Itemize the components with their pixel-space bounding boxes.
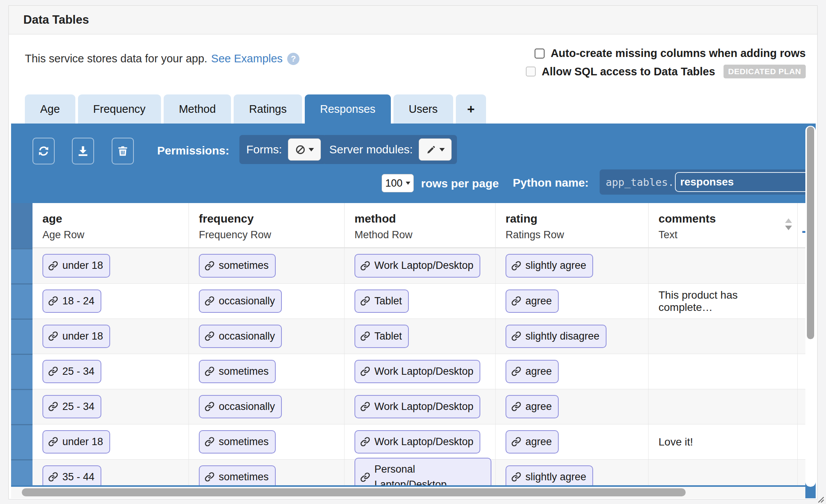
tab-frequency[interactable]: Frequency — [78, 94, 161, 124]
linked-row-pill[interactable]: Work Laptop/Desktop — [354, 360, 480, 383]
row-handle[interactable] — [11, 319, 33, 354]
linked-row-pill[interactable]: sometimes — [199, 465, 276, 485]
linked-row-pill[interactable]: sometimes — [199, 430, 276, 454]
linked-row-pill[interactable]: sometimes — [199, 360, 276, 383]
link-icon — [48, 437, 58, 447]
download-csv-button[interactable] — [72, 138, 94, 164]
linked-row-pill[interactable]: Tablet — [354, 325, 409, 348]
sort-arrows-icon[interactable] — [785, 218, 792, 230]
add-table-tab[interactable]: + — [456, 94, 486, 124]
add-column-cell — [798, 354, 805, 389]
linked-row-pill[interactable]: Personal Laptop/Desktop — [354, 458, 491, 485]
horizontal-scrollbar[interactable] — [11, 487, 805, 498]
row-handle[interactable] — [11, 424, 33, 459]
download-icon — [77, 145, 89, 157]
column-header-age[interactable]: ageAge Row — [33, 203, 189, 248]
tab-age[interactable]: Age — [25, 94, 75, 124]
linked-row-label: under 18 — [62, 434, 103, 449]
rating-cell: agree — [496, 283, 649, 319]
delete-table-button[interactable] — [112, 138, 134, 164]
linked-row-label: sometimes — [219, 470, 269, 484]
linked-row-pill[interactable]: sometimes — [199, 254, 276, 277]
horizontal-scrollbar-thumb[interactable] — [22, 488, 686, 496]
linked-row-label: under 18 — [62, 329, 103, 344]
link-icon — [48, 366, 58, 376]
method-cell: Personal Laptop/Desktop — [345, 459, 496, 485]
column-header-method[interactable]: methodMethod Row — [345, 203, 496, 248]
linked-row-pill[interactable]: under 18 — [42, 325, 110, 348]
linked-row-pill[interactable]: slightly agree — [506, 465, 593, 485]
sql-access-checkbox[interactable] — [526, 67, 536, 76]
column-type: Ratings Row — [506, 229, 648, 241]
linked-row-pill[interactable]: slightly agree — [506, 254, 593, 277]
tab-ratings[interactable]: Ratings — [234, 94, 302, 124]
permissions-label: Permissions: — [157, 144, 229, 157]
row-handle[interactable] — [11, 459, 33, 485]
column-type: Frequency Row — [199, 229, 344, 241]
linked-row-label: Personal Laptop/Desktop — [374, 462, 485, 485]
add-column-cell — [798, 283, 805, 319]
resize-handle-icon[interactable] — [817, 496, 824, 503]
vertical-scrollbar[interactable] — [805, 126, 816, 487]
add-column-button[interactable]: + — [802, 223, 805, 241]
python-name-input[interactable] — [675, 172, 815, 192]
linked-row-pill[interactable]: occasionally — [199, 395, 282, 418]
age-cell: under 18 — [33, 424, 189, 459]
linked-row-pill[interactable]: agree — [506, 360, 559, 383]
row-handle[interactable] — [11, 248, 33, 283]
linked-row-pill[interactable]: agree — [506, 395, 559, 418]
server-modules-permission-dropdown[interactable] — [419, 138, 452, 161]
linked-row-pill[interactable]: agree — [506, 430, 559, 454]
linked-row-pill[interactable]: occasionally — [199, 325, 282, 348]
linked-row-pill[interactable]: under 18 — [42, 254, 110, 277]
add-column-cell — [798, 248, 805, 283]
link-icon — [360, 366, 370, 376]
trash-icon — [117, 145, 129, 157]
linked-row-pill[interactable]: Tablet — [354, 289, 409, 313]
linked-row-pill[interactable]: 25 - 34 — [42, 360, 101, 383]
linked-row-pill[interactable]: under 18 — [42, 430, 110, 454]
linked-row-pill[interactable]: 25 - 34 — [42, 395, 101, 418]
linked-row-label: sometimes — [219, 258, 269, 273]
link-icon — [205, 402, 215, 411]
question-circle-icon[interactable]: ? — [287, 53, 299, 65]
refresh-button[interactable] — [33, 138, 55, 164]
auto-create-checkbox[interactable] — [535, 49, 545, 59]
row-handle[interactable] — [11, 354, 33, 389]
add-column-header-cell: + — [798, 203, 805, 248]
column-header-rating[interactable]: ratingRatings Row — [496, 203, 649, 248]
column-header-frequency[interactable]: frequencyFrequency Row — [189, 203, 345, 248]
linked-row-pill[interactable]: agree — [506, 289, 559, 313]
python-name-label: Python name: — [513, 176, 589, 189]
linked-row-label: 25 - 34 — [62, 364, 94, 379]
forms-permission-dropdown[interactable] — [288, 138, 321, 161]
see-examples-link[interactable]: See Examples — [211, 52, 283, 65]
tab-method[interactable]: Method — [164, 94, 231, 124]
linked-row-pill[interactable]: Work Laptop/Desktop — [354, 430, 480, 454]
linked-row-pill[interactable]: occasionally — [199, 289, 282, 313]
link-icon — [48, 472, 58, 482]
linked-row-pill[interactable]: Work Laptop/Desktop — [354, 254, 480, 277]
sql-access-label: Allow SQL access to Data Tables — [542, 65, 715, 78]
linked-row-pill[interactable]: Work Laptop/Desktop — [354, 395, 480, 418]
linked-row-pill[interactable]: 35 - 44 — [42, 465, 101, 485]
pencil-icon — [426, 145, 436, 155]
rows-per-page-value: 100 — [385, 177, 402, 189]
row-handle[interactable] — [11, 283, 33, 319]
refresh-icon — [37, 145, 50, 157]
column-name: method — [354, 212, 495, 225]
link-icon — [511, 331, 521, 341]
rows-per-page-select[interactable]: 100 — [382, 174, 414, 192]
chevron-down-icon — [406, 182, 410, 185]
rating-cell: agree — [496, 389, 649, 424]
vertical-scrollbar-thumb[interactable] — [807, 127, 814, 339]
link-icon — [48, 402, 58, 411]
linked-row-pill[interactable]: 18 - 24 — [42, 289, 101, 313]
table-toolbar-container: Permissions: Forms: Server modules: — [11, 124, 816, 498]
row-handle[interactable] — [11, 389, 33, 424]
column-header-comments[interactable]: commentsText — [649, 203, 798, 248]
tab-users[interactable]: Users — [393, 94, 453, 124]
tab-responses[interactable]: Responses — [305, 94, 391, 124]
linked-row-pill[interactable]: slightly disagree — [506, 325, 606, 348]
linked-row-label: Work Laptop/Desktop — [374, 399, 473, 414]
